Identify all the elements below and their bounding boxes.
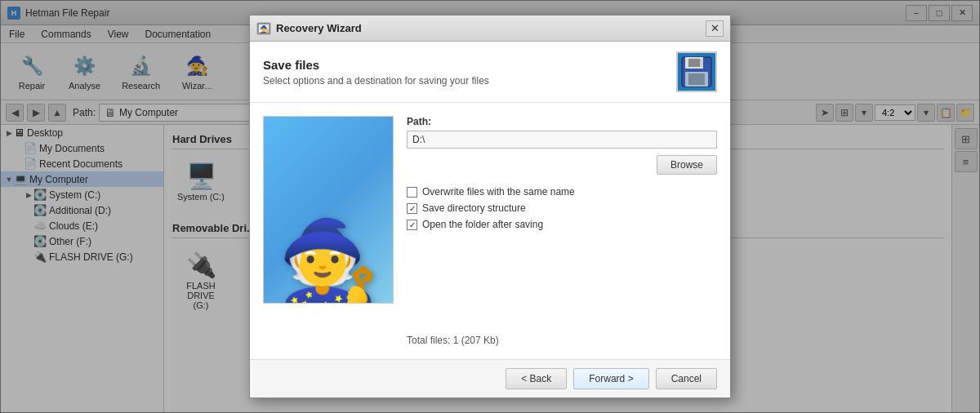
forward-button[interactable]: Forward > bbox=[573, 368, 648, 389]
dialog-icon: 🧙 bbox=[256, 21, 271, 36]
wizard-figure: 🧙 bbox=[278, 215, 380, 304]
dialog-close-button[interactable]: ✕ bbox=[706, 20, 724, 37]
dialog-save-files-title: Save files bbox=[263, 58, 676, 72]
dialog-title-text: Recovery Wizard bbox=[276, 22, 706, 34]
browse-button[interactable]: Browse bbox=[657, 155, 717, 175]
recovery-wizard-dialog: 🧙 Recovery Wizard ✕ Save files Select op… bbox=[249, 15, 731, 398]
dialog-header: Save files Select options and a destinat… bbox=[250, 42, 730, 103]
path-form-group: Path: Browse bbox=[407, 116, 717, 175]
dialog-header-text: Save files Select options and a destinat… bbox=[263, 58, 676, 87]
total-files: Total files: 1 (207 Kb) bbox=[407, 326, 717, 346]
dialog-form: Path: Browse Overwrite files with the sa… bbox=[407, 116, 717, 346]
checkbox-directory-row[interactable]: Save directory structure bbox=[407, 202, 717, 214]
cancel-button[interactable]: Cancel bbox=[656, 368, 717, 389]
checkbox-open-folder[interactable] bbox=[407, 220, 417, 230]
wizard-image: 🧙 bbox=[263, 116, 394, 304]
checkbox-directory[interactable] bbox=[407, 203, 417, 214]
dialog-overlay: 🧙 Recovery Wizard ✕ Save files Select op… bbox=[0, 0, 980, 413]
svg-rect-6 bbox=[700, 59, 703, 67]
dialog-save-files-subtitle: Select options and a destination for sav… bbox=[263, 75, 676, 87]
checkbox-overwrite-row[interactable]: Overwrite files with the same name bbox=[407, 186, 717, 198]
checkbox-overwrite[interactable] bbox=[407, 187, 417, 198]
path-label: Path: bbox=[407, 116, 717, 127]
checkbox-open-folder-label: Open the folder after saving bbox=[422, 219, 543, 230]
dialog-title-bar: 🧙 Recovery Wizard ✕ bbox=[250, 16, 730, 42]
dialog-content: 🧙 Path: Browse Overwrite files wit bbox=[250, 103, 730, 359]
svg-text:🧙: 🧙 bbox=[260, 24, 270, 34]
path-input-row bbox=[407, 131, 717, 149]
checkboxes-group: Overwrite files with the same name Save … bbox=[407, 184, 717, 230]
svg-rect-5 bbox=[688, 59, 700, 67]
dialog-floppy-icon bbox=[676, 51, 717, 92]
checkbox-overwrite-label: Overwrite files with the same name bbox=[422, 186, 575, 198]
path-input[interactable] bbox=[407, 131, 717, 149]
dialog-footer: < Back Forward > Cancel bbox=[250, 359, 730, 397]
checkbox-open-folder-row[interactable]: Open the folder after saving bbox=[407, 219, 717, 230]
checkbox-directory-label: Save directory structure bbox=[422, 202, 526, 214]
svg-rect-8 bbox=[688, 73, 705, 85]
back-button[interactable]: < Back bbox=[506, 368, 567, 389]
